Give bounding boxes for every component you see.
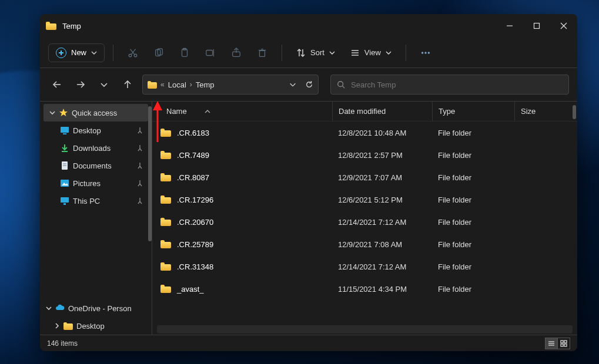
arrow-right-icon [76,80,85,89]
sidebar-item-label: Quick access [72,109,117,117]
sidebar-item-desktop[interactable]: Desktop [40,122,152,139]
address-bar[interactable]: « Local › Temp [142,75,319,95]
toolbar: New Sort View [40,38,577,68]
svg-point-7 [134,54,137,57]
titlebar[interactable]: Temp [40,14,577,38]
folder-icon [160,151,171,159]
column-header-name[interactable]: Name [152,102,332,121]
sidebar-item-label: Desktop [73,126,101,135]
content-scrollbar[interactable] [573,105,576,119]
window-title: Temp [62,22,81,31]
view-menu[interactable]: View [344,45,397,61]
file-name: .CR.8087 [177,173,209,182]
file-type: File folder [432,240,514,249]
table-row[interactable]: .CR.3134812/14/2021 7:12 AMFile folder [152,255,577,278]
folder-icon [160,285,171,293]
close-button[interactable] [550,14,577,38]
nav-up-button[interactable] [119,76,136,93]
sidebar-item-quick-access[interactable]: Quick access [43,104,148,122]
chevron-down-icon[interactable] [289,80,297,89]
more-button[interactable] [414,42,437,63]
svg-rect-51 [564,344,567,346]
sort-menu[interactable]: Sort [290,45,341,61]
search-input[interactable] [351,80,563,89]
sidebar-item-this-pc[interactable]: This PC [40,192,152,210]
divider [282,45,282,61]
file-type: File folder [432,173,514,182]
more-icon [420,48,431,58]
share-icon [231,48,242,58]
arrow-left-icon [52,80,62,89]
file-date: 12/9/2021 7:08 AM [332,240,432,249]
horizontal-scrollbar[interactable] [157,325,573,333]
folder-icon [63,322,73,330]
sort-icon [296,48,306,58]
scissors-icon [128,48,138,58]
table-row[interactable]: .CR.618312/8/2021 10:48 AMFile folder [152,122,577,144]
svg-point-26 [425,52,426,53]
sidebar-scrollbar[interactable] [148,106,152,241]
nav-recent-button[interactable] [95,76,113,93]
maximize-button[interactable] [523,14,550,38]
copy-button[interactable] [148,42,170,63]
table-row[interactable]: _avast_11/15/2021 4:34 PMFile folder [152,278,577,300]
file-type: File folder [432,218,514,227]
svg-rect-14 [206,50,213,55]
body: Quick access Desktop Downloads Documents… [40,101,577,335]
chevron-down-icon [386,50,391,56]
file-name: _avast_ [177,285,204,294]
share-button[interactable] [225,42,247,63]
pin-icon [136,197,143,204]
svg-point-25 [421,52,423,53]
rename-button[interactable] [199,42,222,63]
file-date: 12/14/2021 7:12 AM [332,218,432,227]
sidebar-item-label: Downloads [73,144,111,153]
divider [113,45,113,61]
pin-icon [136,162,143,169]
nav-forward-button[interactable] [72,76,89,93]
nav-back-button[interactable] [48,76,66,93]
file-name: .CR.6183 [177,129,209,137]
trash-icon [257,48,267,58]
delete-button[interactable] [251,42,273,63]
search-box[interactable] [330,75,569,95]
sidebar-item-pictures[interactable]: Pictures [40,174,152,192]
table-row[interactable]: .CR.748912/8/2021 2:57 PMFile folder [152,144,577,166]
new-button[interactable]: New [48,43,105,62]
file-type: File folder [432,151,514,160]
svg-rect-1 [534,23,540,29]
divider [406,45,406,61]
paste-button[interactable] [173,42,196,63]
breadcrumb-overflow: « [160,80,165,89]
column-header-size[interactable]: Size [514,102,577,121]
chevron-right-icon [54,323,60,329]
svg-rect-50 [561,344,563,346]
svg-point-27 [428,52,429,53]
details-view-button[interactable] [545,338,558,349]
column-header-date[interactable]: Date modified [332,102,432,121]
refresh-icon[interactable] [305,80,313,89]
file-name: .CR.20670 [177,218,213,227]
chevron-down-icon [329,50,335,56]
table-row[interactable]: .CR.808712/9/2021 7:07 AMFile folder [152,166,577,188]
breadcrumb-part[interactable]: Local [168,80,186,89]
star-icon [59,108,68,117]
file-explorer-window: Temp New Sort View [40,14,577,351]
file-date: 12/9/2021 7:07 AM [332,173,432,182]
thumbnails-view-button[interactable] [557,338,570,349]
folder-icon [160,262,171,271]
sidebar-item-downloads[interactable]: Downloads [40,139,152,157]
folder-icon [160,196,171,204]
sidebar-item-onedrive[interactable]: OneDrive - Person [40,299,152,317]
sidebar: Quick access Desktop Downloads Documents… [40,102,152,335]
minimize-button[interactable] [496,14,523,38]
file-name: .CR.17296 [177,196,213,204]
table-row[interactable]: .CR.2578912/9/2021 7:08 AMFile folder [152,233,577,255]
sidebar-item-documents[interactable]: Documents [40,157,152,174]
table-row[interactable]: .CR.1729612/6/2021 5:12 PMFile folder [152,188,577,211]
column-header-type[interactable]: Type [432,102,514,121]
sidebar-item-onedrive-desktop[interactable]: Desktop [40,317,152,335]
table-row[interactable]: .CR.2067012/14/2021 7:12 AMFile folder [152,211,577,233]
breadcrumb-part[interactable]: Temp [196,80,215,89]
cut-button[interactable] [122,42,144,63]
